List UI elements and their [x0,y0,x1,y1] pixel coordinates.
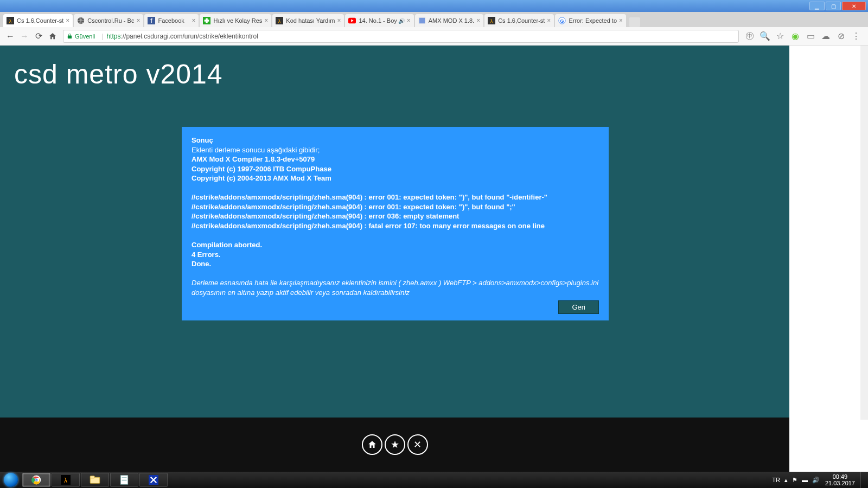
show-desktop-button[interactable] [860,472,866,488]
home-button[interactable] [47,30,59,42]
browser-tab[interactable]: GError: Expected to× [555,14,626,27]
tab-favicon: λ [7,17,14,24]
taskbar-item-chrome[interactable] [22,473,50,487]
tab-label: Cs 1.6,Counter-st [17,17,63,24]
taskbar-item-notepad[interactable] [110,473,138,487]
tab-favicon: λ [488,17,495,24]
chrome-menu-icon[interactable]: ⋮ [850,30,862,42]
window-close-button[interactable]: ✕ [842,2,866,10]
svg-text:λ: λ [9,18,12,24]
reload-button[interactable]: ⟳ [33,30,44,42]
tab-close-icon[interactable]: × [407,17,411,24]
toolbar-right-icons: ㊥ 🔍 ☆ ◉ ▭ ☁ ⊘ ⋮ [742,30,864,42]
page-content: csd metro v2014 Sonuç Eklenti derleme so… [0,46,789,420]
taskbar-item-xfire[interactable] [139,473,168,487]
tab-close-icon[interactable]: × [136,17,140,24]
new-tab-button[interactable] [629,17,640,27]
svg-text:λ: λ [64,477,67,484]
svg-rect-12 [419,18,425,24]
svg-text:G: G [560,18,564,24]
footer-star-icon[interactable]: ★ [385,434,405,455]
result-note: Derleme esnasında hata ile karşılaşmadıy… [192,278,599,297]
page-footer-bar: ★ ✕ [0,418,789,472]
svg-text:f: f [151,17,153,24]
start-button[interactable] [0,472,22,488]
svg-rect-25 [120,476,128,485]
footer-line-1: 4 Errors. [192,251,220,259]
tab-favicon [77,17,85,24]
compile-result-panel: Sonuç Eklenti derleme sonucu aşağıdaki g… [182,127,609,320]
back-button-panel[interactable]: Geri [558,300,599,314]
extension-4-icon[interactable]: ⊘ [835,30,847,42]
tray-network-icon[interactable]: ▬ [802,477,808,483]
tab-close-icon[interactable]: × [264,17,268,24]
browser-toolbar: ← → ⟳ Güvenli | https://panel.csduragi.c… [0,27,868,46]
window-minimize-button[interactable]: ▁ [809,2,825,10]
tab-label: Error: Expected to [569,17,617,24]
result-heading: Sonuç [192,136,213,144]
error-line-3: //cstrike/addons/amxmodx/scripting/zheh.… [192,222,545,230]
result-intro: Eklenti derleme sonucu aşağıdaki gibidir… [192,145,599,155]
zoom-icon[interactable]: 🔍 [759,30,771,42]
extension-2-icon[interactable]: ▭ [805,30,816,42]
error-line-2: //cstrike/addons/amxmodx/scripting/zheh.… [192,212,459,220]
svg-text:λ: λ [490,18,493,24]
tab-favicon [203,17,210,24]
tab-label: Cscontrol.Ru - Bc [87,17,134,24]
tab-favicon: G [558,17,566,24]
tab-favicon [348,17,356,24]
tab-label: Kod hatası Yardım [286,17,335,24]
error-line-0: //cstrike/addons/amxmodx/scripting/zheh.… [192,193,547,201]
tab-close-icon[interactable]: × [66,17,69,24]
browser-tab[interactable]: 14. No.1 - Boy🔊× [345,14,413,27]
tab-close-icon[interactable]: × [547,17,551,24]
page-scrollbar[interactable] [860,46,868,420]
tray-clock[interactable]: 00:49 21.03.2017 [825,473,855,486]
extension-1-icon[interactable]: ◉ [789,30,801,42]
browser-tab[interactable]: Cscontrol.Ru - Bc× [74,14,143,27]
url-rest: ://panel.csduragi.com/urun/cstrike/eklen… [120,33,258,40]
tab-favicon [418,17,426,24]
bookmark-star-icon[interactable]: ☆ [774,30,786,42]
svg-rect-7 [205,20,209,22]
tab-label: Cs 1.6,Counter-st [498,17,545,24]
tab-close-icon[interactable]: × [476,17,480,24]
extension-3-icon[interactable]: ☁ [820,30,832,42]
browser-tab[interactable]: Hızlı ve Kolay Res× [200,14,271,27]
system-tray: TR ▴ ⚑ ▬ 🔊 00:49 21.03.2017 [770,472,868,488]
translate-icon[interactable]: ㊥ [744,30,756,42]
tray-volume-icon[interactable]: 🔊 [812,477,820,484]
browser-tab[interactable]: AMX MOD X 1.8.× [415,14,483,27]
tray-date: 21.03.2017 [825,480,855,486]
taskbar-item-explorer[interactable] [81,473,109,487]
tray-time: 00:49 [825,473,855,480]
tab-favicon: f [148,17,155,24]
browser-tab[interactable]: λKod hatası Yardım× [272,14,344,27]
browser-tab[interactable]: λCs 1.6,Counter-st× [3,14,73,27]
tab-close-icon[interactable]: × [337,17,341,24]
browser-tab[interactable]: fFacebook× [144,14,199,27]
tray-language[interactable]: TR [772,477,780,483]
taskbar-item-half-life[interactable]: λ [52,473,80,487]
window-maximize-button[interactable]: ▢ [826,2,841,10]
tab-close-icon[interactable]: × [619,17,623,24]
back-button[interactable]: ← [4,30,16,42]
svg-rect-24 [90,476,94,478]
tab-audio-icon[interactable]: 🔊 [398,18,405,24]
tab-close-icon[interactable]: × [192,17,195,24]
tab-label: AMX MOD X 1.8. [429,17,474,24]
footer-home-icon[interactable] [362,434,382,455]
tab-label: Facebook [158,17,189,24]
browser-tab-strip: λCs 1.6,Counter-st×Cscontrol.Ru - Bc×fFa… [0,12,868,27]
compiler-line-0: AMX Mod X Compiler 1.8.3-dev+5079 [192,155,315,163]
forward-button[interactable]: → [18,30,30,42]
svg-point-20 [36,479,37,481]
tray-show-hidden-icon[interactable]: ▴ [784,477,788,484]
browser-tab[interactable]: λCs 1.6,Counter-st× [484,14,554,27]
secure-indicator: Güvenli [67,33,95,40]
footer-close-icon[interactable]: ✕ [407,434,428,455]
tray-flag-icon[interactable]: ⚑ [792,477,797,484]
address-bar[interactable]: Güvenli | https://panel.csduragi.com/uru… [63,30,739,43]
footer-line-0: Compilation aborted. [192,241,262,249]
svg-text:λ: λ [278,18,281,24]
